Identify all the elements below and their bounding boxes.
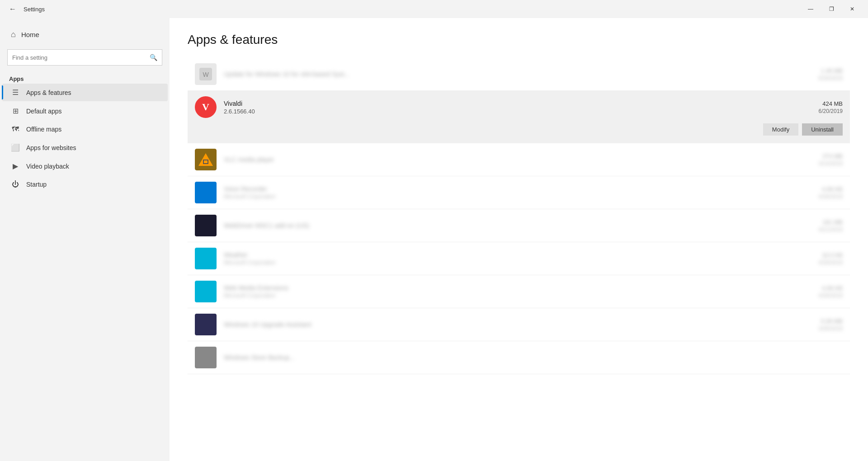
update-icon-bg: W: [195, 63, 217, 85]
search-input[interactable]: [12, 54, 150, 61]
app-name: Web Media Extensions: [224, 284, 811, 292]
sidebar-item-default-apps[interactable]: ⊞ Default apps: [2, 102, 168, 120]
window-controls: — ❐ ✕: [800, 0, 863, 18]
app-date: 4/26/2019: [819, 259, 843, 266]
list-item[interactable]: VLC media player 374 MB 3/14/2019: [188, 143, 850, 176]
app-info: VLC media player: [224, 156, 811, 163]
app-date: 3/26/2019: [819, 325, 843, 332]
close-button[interactable]: ✕: [842, 0, 863, 18]
home-label: Home: [21, 31, 39, 38]
back-button[interactable]: ←: [5, 2, 20, 16]
modify-button[interactable]: Modify: [763, 123, 798, 136]
vivaldi-version: 2.6.1566.40: [224, 108, 811, 115]
upgrade-icon: [195, 314, 217, 335]
app-list: W Update for Windows 10 for x64-based Sy…: [188, 58, 850, 374]
svg-text:W: W: [203, 71, 209, 78]
app-meta: 181 MB 4/21/2019: [819, 219, 843, 233]
app-item-row: Windows Store Backup...: [195, 347, 843, 368]
default-apps-label: Default apps: [26, 108, 62, 115]
app-sub: Microsoft Corporation: [224, 259, 811, 266]
app-meta: 4.08 KB 4/26/2019: [819, 285, 843, 299]
app-name: WebDriver MSC1 add-on (US): [224, 222, 811, 229]
app-size: 5.08 MB: [819, 318, 843, 325]
app-meta: [841, 354, 843, 361]
app-info: WebDriver MSC1 add-on (US): [224, 222, 811, 229]
list-item[interactable]: Voice Recorder Microsoft Corporation 4.0…: [188, 176, 850, 209]
app-meta: 5.08 MB 3/26/2019: [819, 318, 843, 332]
app-name: Voice Recorder: [224, 185, 811, 193]
app-item-row: Voice Recorder Microsoft Corporation 4.0…: [195, 182, 843, 203]
content-area: Apps & features W Update for Windows: [170, 18, 868, 461]
search-icon: 🔍: [150, 54, 157, 61]
titlebar: ← Settings — ❐ ✕: [0, 0, 868, 18]
sidebar-item-apps-websites[interactable]: ⬜ Apps for websites: [2, 139, 168, 156]
app-size: 4.08 KB: [819, 285, 843, 292]
section-label: Apps: [0, 73, 170, 83]
window-title: Settings: [24, 6, 45, 13]
list-item[interactable]: Weather Microsoft Corporation 16.0 KB 4/…: [188, 242, 850, 275]
vlc-icon-bg: [195, 149, 217, 170]
default-apps-icon: ⊞: [11, 107, 20, 115]
vivaldi-v-letter: V: [202, 101, 209, 113]
web-media-icon: [195, 281, 217, 302]
offline-maps-icon: 🗺: [11, 125, 20, 133]
app-info: Windows 10 Upgrade Assistant: [224, 321, 811, 328]
sidebar-home[interactable]: ⌂ Home: [2, 25, 168, 44]
list-item-vivaldi[interactable]: V Vivaldi 2.6.1566.40 424 MB 6/20/2019 M…: [188, 91, 850, 143]
startup-icon: ⏻: [11, 180, 20, 188]
page-title: Apps & features: [188, 33, 850, 47]
vlc-icon: [195, 149, 217, 170]
vivaldi-icon: V: [195, 96, 217, 118]
restore-button[interactable]: ❐: [821, 0, 842, 18]
sidebar: ⌂ Home 🔍 Apps ☰ Apps & features ⊞ Defaul…: [0, 18, 170, 461]
app-item-row: Windows 10 Upgrade Assistant 5.08 MB 3/2…: [195, 314, 843, 335]
app-info: Update for Windows 10 for x64-based Syst…: [224, 71, 811, 78]
vivaldi-meta: 424 MB 6/20/2019: [819, 100, 843, 114]
app-size: [841, 354, 843, 361]
app-sub: Microsoft Corporation: [224, 292, 811, 299]
list-item[interactable]: WebDriver MSC1 add-on (US) 181 MB 4/21/2…: [188, 209, 850, 242]
list-item[interactable]: Windows Store Backup...: [188, 341, 850, 374]
vivaldi-row: V Vivaldi 2.6.1566.40 424 MB 6/20/2019: [195, 96, 843, 118]
app-body: ⌂ Home 🔍 Apps ☰ Apps & features ⊞ Defaul…: [0, 18, 868, 461]
minimize-button[interactable]: —: [800, 0, 821, 18]
sidebar-item-startup[interactable]: ⏻ Startup: [2, 176, 168, 193]
vivaldi-expanded-panel: Modify Uninstall: [195, 118, 843, 143]
app-size: 1.46 MB: [819, 67, 843, 74]
app-item-row: Web Media Extensions Microsoft Corporati…: [195, 281, 843, 302]
app-item-row: Weather Microsoft Corporation 16.0 KB 4/…: [195, 248, 843, 269]
offline-maps-label: Offline maps: [26, 126, 61, 133]
app-name: Windows 10 Upgrade Assistant: [224, 321, 811, 328]
app-date: 4/26/2019: [819, 193, 843, 200]
app-item-row: W Update for Windows 10 for x64-based Sy…: [195, 63, 843, 85]
vivaldi-name: Vivaldi: [224, 100, 811, 107]
app-name: VLC media player: [224, 156, 811, 163]
vivaldi-info: Vivaldi 2.6.1566.40: [224, 100, 811, 115]
app-name: Update for Windows 10 for x64-based Syst…: [224, 71, 811, 78]
sidebar-item-apps-features[interactable]: ☰ Apps & features: [2, 84, 168, 101]
apps-features-label: Apps & features: [26, 89, 71, 96]
app-meta: 374 MB 3/14/2019: [819, 153, 843, 167]
svg-rect-4: [204, 160, 208, 163]
app-date: 4/21/2019: [819, 226, 843, 233]
app-sub: Microsoft Corporation: [224, 193, 811, 200]
list-item[interactable]: Windows 10 Upgrade Assistant 5.08 MB 3/2…: [188, 308, 850, 341]
app-item-row: VLC media player 374 MB 3/14/2019: [195, 149, 843, 170]
search-box: 🔍: [7, 49, 162, 66]
list-item[interactable]: Web Media Extensions Microsoft Corporati…: [188, 275, 850, 308]
vivaldi-size: 424 MB: [819, 100, 843, 107]
list-item[interactable]: W Update for Windows 10 for x64-based Sy…: [188, 58, 850, 91]
sidebar-item-video-playback[interactable]: ▶ Video playback: [2, 157, 168, 175]
vivaldi-icon-bg: V: [195, 96, 217, 118]
sidebar-item-offline-maps[interactable]: 🗺 Offline maps: [2, 121, 168, 138]
app-size: 181 MB: [819, 219, 843, 226]
voice-recorder-icon: [195, 182, 217, 203]
weather-icon: [195, 248, 217, 269]
app-size: 4.08 KB: [819, 186, 843, 193]
vivaldi-buttons: Modify Uninstall: [224, 123, 843, 136]
apps-websites-icon: ⬜: [11, 143, 20, 152]
app-name: Windows Store Backup...: [224, 354, 834, 361]
app-item-row: WebDriver MSC1 add-on (US) 181 MB 4/21/2…: [195, 215, 843, 236]
app-info: Web Media Extensions Microsoft Corporati…: [224, 284, 811, 299]
uninstall-button[interactable]: Uninstall: [802, 123, 843, 136]
